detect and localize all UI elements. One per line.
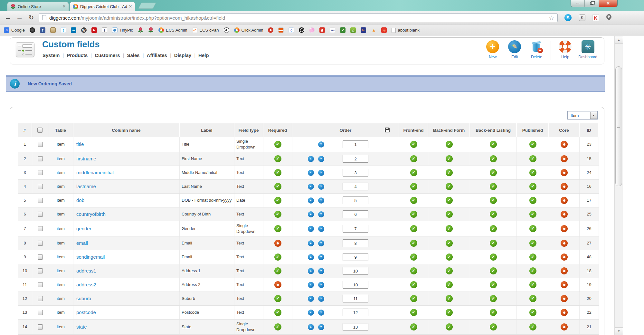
published-icon[interactable] <box>529 183 536 190</box>
bookmark-red-card[interactable] <box>319 27 325 33</box>
scroll-up-icon[interactable]: ▲ <box>615 36 623 44</box>
required-icon[interactable] <box>274 169 281 176</box>
published-icon[interactable] <box>529 141 536 148</box>
order-input[interactable] <box>343 323 368 331</box>
new-button[interactable]: + New <box>484 40 501 59</box>
required-icon[interactable] <box>274 267 281 274</box>
save-order-icon[interactable] <box>385 128 390 132</box>
column-name-link[interactable]: dob <box>76 197 84 203</box>
backend-form-icon[interactable] <box>446 225 453 232</box>
move-down-icon[interactable] <box>318 141 324 148</box>
order-input[interactable] <box>343 239 368 247</box>
move-down-icon[interactable] <box>318 170 324 176</box>
delete-button[interactable]: Delete <box>528 40 545 59</box>
tab-close-icon[interactable]: ✕ <box>129 4 132 9</box>
move-up-icon[interactable] <box>308 254 314 260</box>
move-up-icon[interactable] <box>308 211 314 217</box>
move-up-icon[interactable] <box>308 156 314 162</box>
keyboard-extension-icon[interactable]: K <box>578 14 586 22</box>
column-name-link[interactable]: address2 <box>76 282 96 288</box>
order-input[interactable] <box>343 155 368 163</box>
bookmark-star-icon[interactable]: ☆ <box>549 14 554 22</box>
required-icon[interactable] <box>274 309 281 316</box>
required-icon[interactable] <box>274 197 281 204</box>
front-end-icon[interactable] <box>410 309 417 316</box>
bookmark-rp[interactable]: rp <box>381 27 387 33</box>
bookmark-hh[interactable]: hh <box>361 27 366 33</box>
backend-listing-icon[interactable] <box>490 254 497 261</box>
row-checkbox[interactable] <box>38 184 43 189</box>
backend-listing-icon[interactable] <box>490 183 497 190</box>
backend-listing-icon[interactable] <box>490 197 497 204</box>
order-input[interactable] <box>343 169 368 177</box>
published-icon[interactable] <box>529 323 536 330</box>
row-checkbox[interactable] <box>38 310 43 315</box>
menu-item-products[interactable]: Products <box>67 53 88 58</box>
bookmark-green-house[interactable]: ⌂ <box>350 27 356 33</box>
tab-online-store[interactable]: Online Store ✕ <box>7 2 69 11</box>
column-name-link[interactable]: postcode <box>76 310 96 315</box>
row-checkbox[interactable] <box>38 170 43 175</box>
published-icon[interactable] <box>529 169 536 176</box>
backend-listing-icon[interactable] <box>490 281 497 288</box>
backend-form-icon[interactable] <box>446 197 453 204</box>
bookmark-google[interactable]: 8 Google <box>4 27 25 33</box>
front-end-icon[interactable] <box>410 281 417 288</box>
front-end-icon[interactable] <box>410 211 417 218</box>
row-checkbox[interactable] <box>38 226 43 231</box>
bookmark-orange-stripe[interactable] <box>278 27 284 33</box>
required-icon[interactable] <box>274 323 281 330</box>
move-down-icon[interactable] <box>318 226 324 232</box>
column-name-link[interactable]: gender <box>76 226 91 232</box>
bookmark-tinypic[interactable]: TinyPic <box>112 27 133 33</box>
backend-form-icon[interactable] <box>446 155 453 162</box>
tab-close-icon[interactable]: ✕ <box>62 4 66 9</box>
bookmark-facebook[interactable]: f <box>40 27 45 33</box>
published-icon[interactable] <box>529 267 536 274</box>
skype-extension-icon[interactable]: S <box>564 14 572 22</box>
restore-button[interactable] <box>585 0 599 7</box>
backend-listing-icon[interactable] <box>490 155 497 162</box>
move-up-icon[interactable] <box>308 296 314 302</box>
column-name-link[interactable]: title <box>76 141 84 147</box>
bookmark-red-round[interactable] <box>268 27 273 33</box>
order-input[interactable] <box>343 183 368 190</box>
move-up-icon[interactable] <box>308 282 314 288</box>
column-name-link[interactable]: lastname <box>76 184 96 189</box>
published-icon[interactable] <box>529 155 536 162</box>
column-name-link[interactable]: sendingemail <box>76 254 105 260</box>
header-field-type[interactable]: Field type <box>234 123 263 137</box>
backend-listing-icon[interactable] <box>490 141 497 148</box>
row-checkbox[interactable] <box>38 212 43 217</box>
backend-form-icon[interactable] <box>446 281 453 288</box>
move-up-icon[interactable] <box>308 170 314 176</box>
backend-form-icon[interactable] <box>446 267 453 274</box>
order-input[interactable] <box>343 267 368 275</box>
header-required[interactable]: Required <box>263 123 292 137</box>
published-icon[interactable] <box>529 295 536 302</box>
header-front-end[interactable]: Front-end <box>399 123 428 137</box>
bookmark-wordpress[interactable]: W <box>81 27 87 33</box>
minimize-button[interactable] <box>571 0 585 7</box>
move-down-icon[interactable] <box>318 240 324 246</box>
header-core[interactable]: Core <box>549 123 580 137</box>
header-label[interactable]: Label <box>180 123 234 137</box>
order-input[interactable] <box>343 295 368 302</box>
row-checkbox[interactable] <box>38 268 43 273</box>
address-bar[interactable]: diggerscc.com/myjoomla/administrator/ind… <box>39 13 558 22</box>
front-end-icon[interactable] <box>410 295 417 302</box>
bookmark-photo[interactable] <box>50 27 56 33</box>
reload-button[interactable]: ↻ <box>26 13 36 22</box>
required-icon[interactable] <box>274 225 281 232</box>
move-down-icon[interactable] <box>318 268 324 274</box>
required-icon[interactable] <box>274 281 281 288</box>
backend-form-icon[interactable] <box>446 323 453 330</box>
row-checkbox[interactable] <box>38 198 43 203</box>
header-backend-listing[interactable]: Back-end Listing <box>470 123 517 137</box>
move-down-icon[interactable] <box>318 324 324 330</box>
header-published[interactable]: Published <box>517 123 549 137</box>
move-up-icon[interactable] <box>308 197 314 204</box>
bookmark-about-blank[interactable]: about:blank <box>392 28 419 33</box>
bookmark-twitter[interactable]: t <box>61 27 66 33</box>
bookmark-ref-text[interactable]: REF <box>330 27 335 33</box>
